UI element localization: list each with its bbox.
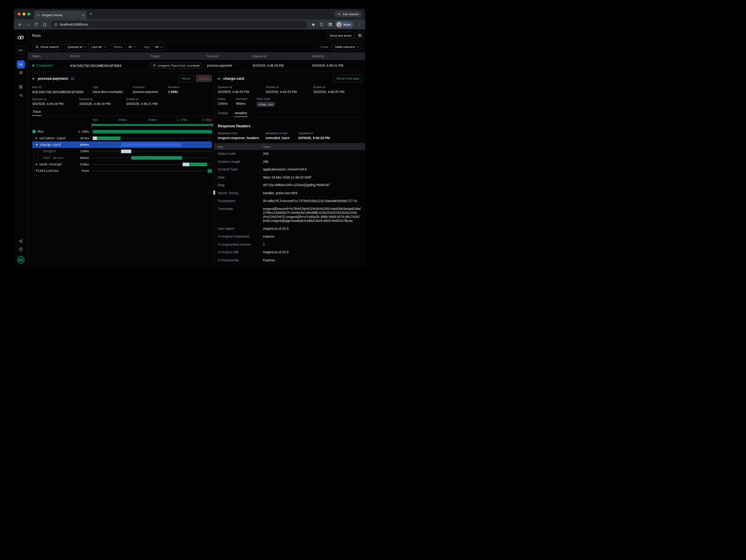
trace-row-inngest[interactable]: Inngest135ms	[32, 148, 212, 154]
browser-menu-icon[interactable]	[355, 21, 363, 28]
field-label: Started at	[79, 97, 126, 101]
external-link-icon[interactable]	[71, 77, 75, 80]
header-row: Tracestateinngest@traceref=%7B%22tp%22%3…	[218, 205, 363, 225]
forward-icon[interactable]	[25, 21, 32, 28]
window-controls[interactable]	[18, 13, 30, 16]
span-name: validate-input	[39, 136, 66, 140]
close-window-button[interactable]	[18, 13, 21, 16]
chevron-down-icon	[356, 45, 359, 48]
tab-headers[interactable]: Headers	[234, 110, 248, 117]
status-filter-label: Status	[114, 45, 123, 49]
chevron-right-icon[interactable]	[36, 163, 37, 165]
bookmark-star-icon[interactable]	[310, 21, 317, 28]
rerun-from-step-button[interactable]: Rerun from step	[334, 75, 363, 82]
chevron-right-icon[interactable]	[36, 137, 37, 139]
app-filter[interactable]: App All	[141, 43, 165, 50]
url-bar[interactable]: localhost:8288/runs	[51, 21, 307, 28]
profile-chip[interactable]: Work	[336, 21, 354, 28]
sidebar-search-icon[interactable]	[326, 21, 334, 28]
url-text[interactable]: localhost:8288/runs	[60, 23, 306, 26]
field-value[interactable]: trace-docs-examples	[93, 90, 133, 94]
site-info-icon[interactable]	[54, 23, 58, 26]
pane-resize-handle[interactable]	[213, 190, 215, 195]
minimize-window-button[interactable]	[23, 13, 26, 16]
trace-row-validate-input[interactable]: validate-input367ms	[32, 135, 212, 141]
tab-output[interactable]: Output	[218, 110, 229, 117]
step-fields-row1: Queued at3/4/2026, 4:46:20 PMStarted at3…	[218, 86, 363, 94]
header-row: Server-Timinghandler, action;dur=659	[218, 189, 363, 197]
search-icon	[35, 45, 39, 49]
inngest-favicon	[36, 13, 40, 17]
field-label: Queued at	[32, 97, 79, 101]
step-details-pane: charge-card Rerun from step Queued at3/4…	[214, 71, 365, 267]
rerun-label: Rerun	[182, 77, 191, 80]
field-label: Updated at	[298, 131, 363, 135]
home-icon[interactable]	[41, 21, 48, 28]
status-filter[interactable]: Status All	[111, 43, 138, 50]
trace-row-send-receipt[interactable]: send-receipt328ms	[32, 161, 212, 168]
settings-button[interactable]	[356, 32, 363, 39]
sidebar-item-stream-icon[interactable]	[17, 68, 25, 77]
sidebar-item-runs[interactable]	[17, 60, 25, 68]
header-value: inngest@traceref=%7B%22tp%22%3A%2200-4ae…	[263, 207, 362, 223]
tab-trace[interactable]: Trace	[32, 109, 41, 116]
header-key: Tracestate	[218, 207, 263, 223]
table-row[interactable]: Completed 01KJXD1TQCZ852GMEX0CQF3D69 inn…	[28, 60, 365, 71]
sidebar-item-functions-icon[interactable]	[17, 91, 25, 99]
trace-row-charge-card[interactable]: charge-card800ms	[32, 141, 212, 148]
trace-minimap[interactable]	[93, 124, 212, 126]
profile-avatar	[336, 22, 342, 27]
tab-title: Inngest Server	[42, 13, 80, 17]
span-bar	[132, 156, 182, 159]
field-value[interactable]: process-payment	[133, 90, 168, 94]
header-value: 266	[263, 159, 362, 164]
chevron-down-icon[interactable]	[217, 76, 220, 79]
share-icon[interactable]	[17, 237, 25, 245]
show-search-button[interactable]: Show search	[32, 43, 62, 50]
span-duration: 1.568s	[78, 130, 93, 134]
header-row: X-Powered-ByExpress	[218, 256, 363, 264]
axis-tick-label: 1.176s	[177, 118, 187, 122]
reload-icon[interactable]	[33, 21, 40, 28]
send-test-event-button[interactable]: Send test event	[326, 32, 354, 39]
sidebar-item-apps-icon[interactable]	[17, 83, 25, 91]
header-row: X-Inngest-Frameworkexpress	[218, 233, 363, 241]
time-filter[interactable]: Queued at Last 3d	[65, 43, 108, 50]
help-icon[interactable]	[17, 245, 25, 254]
trace-waterfall: 0ms392ms784ms1.176s1.568s ✓Run1.568svali…	[32, 117, 212, 174]
trace-row-your-server[interactable]: Your server665ms	[32, 154, 212, 161]
back-icon[interactable]	[16, 21, 24, 28]
field: Metadata Kindinngest.response_headers	[218, 131, 265, 140]
trigger-pill[interactable]: inngest/function.invoked	[150, 62, 202, 68]
profile-name: Work	[343, 23, 351, 26]
zoom-window-button[interactable]	[27, 13, 30, 16]
cancel-button[interactable]: Cancel	[196, 75, 212, 82]
table-columns-button[interactable]: Table columns	[332, 43, 361, 50]
trace-axis: 0ms392ms784ms1.176s1.568s	[93, 117, 212, 123]
filter-bar: Show search Queued at Last 3d Status All…	[28, 41, 365, 53]
span-bar	[97, 136, 121, 140]
field-value: 135ms	[218, 102, 236, 106]
chevron-down-icon	[160, 45, 163, 48]
trace-row-run[interactable]: ✓Run1.568s	[32, 128, 212, 135]
workspace-badge[interactable]: DV	[17, 46, 25, 54]
field-label: Ended at	[126, 97, 212, 101]
trace-row-finalization[interactable]: Finalization61ms	[32, 168, 212, 174]
inngest-logo-icon[interactable]	[17, 34, 25, 41]
browser-tab[interactable]: Inngest Server ×	[34, 10, 87, 19]
field-value: 01KJXD1TQCZ852GMEX0CQF3D69	[32, 90, 93, 94]
chevron-down-icon[interactable]	[32, 76, 35, 79]
column-key: Key	[218, 145, 263, 148]
column-ended-at: Ended at	[312, 54, 365, 58]
new-tab-button[interactable]: +	[89, 11, 92, 16]
chevron-down-icon[interactable]	[36, 144, 37, 145]
span-track	[93, 154, 212, 161]
header-key: Traceparent	[218, 199, 263, 203]
tab-close-icon[interactable]: ×	[82, 13, 84, 17]
column-run-id: Run ID	[70, 54, 150, 58]
ask-gemini-button[interactable]: Ask Gemini	[334, 10, 362, 17]
dev-tools-button[interactable]: </>	[17, 256, 25, 264]
rerun-button[interactable]: Rerun	[179, 75, 194, 82]
extensions-icon[interactable]	[318, 21, 325, 28]
span-bar	[93, 136, 97, 140]
